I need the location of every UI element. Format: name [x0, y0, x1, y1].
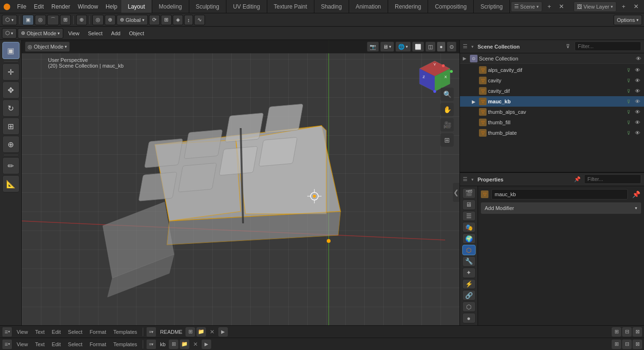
bottom-select-1[interactable]: Select — [65, 327, 86, 337]
tool-measure[interactable]: 📐 — [2, 175, 20, 192]
editor-type-btn-kb[interactable]: ≡▾ — [146, 339, 156, 350]
outliner-item-thumb-alps-cav[interactable]: ▽ thumb_alps_cav ⊽ 👁 — [460, 107, 644, 117]
editor-type-3d[interactable]: ⬡▾ — [2, 15, 17, 25]
tool-cursor[interactable]: ✛ — [2, 63, 20, 80]
nav-select[interactable]: Select — [84, 28, 107, 39]
tool-rotate[interactable]: ↻ — [2, 100, 20, 117]
filter-icon-4[interactable]: ⊽ — [624, 108, 632, 116]
prop-scene-icon[interactable]: 🎭 — [462, 222, 476, 232]
tool-annotate[interactable]: ✏ — [2, 157, 20, 174]
right-panel-toggle[interactable]: ❮ — [453, 183, 459, 202]
add-modifier-btn[interactable]: Add Modifier ▾ — [481, 202, 641, 214]
scene-selector[interactable]: ☰ Scene ▾ — [511, 1, 542, 12]
scene-new-btn[interactable]: + — [544, 1, 555, 12]
menu-render[interactable]: Render — [48, 0, 74, 13]
view-layer-delete-btn[interactable]: ✕ — [631, 1, 641, 12]
properties-pin-btn[interactable]: 📌 — [572, 174, 583, 185]
bottom-format-2[interactable]: Format — [87, 339, 109, 350]
select-extra-tool[interactable]: ⊞ — [60, 15, 71, 25]
prop-view-layer-icon[interactable]: ☰ — [462, 211, 476, 221]
bottom-edit-2[interactable]: Edit — [49, 339, 64, 350]
editor-type-readme[interactable]: ≡ ▾ — [2, 327, 12, 337]
menu-edit[interactable]: Edit — [30, 0, 48, 13]
vp-camera-toggle[interactable]: 📷 — [367, 41, 379, 52]
gizmo-camera[interactable]: 🎥 — [440, 118, 454, 131]
bottom-templates-2[interactable]: Templates — [110, 339, 140, 350]
tab-scripting[interactable]: Scripting — [474, 0, 510, 13]
select-circle-tool[interactable]: ◎ — [35, 15, 46, 25]
vp-view-toggle[interactable]: 🖥 ▾ — [380, 41, 394, 52]
prop-physics-icon[interactable]: ⚡ — [462, 279, 476, 290]
snap-toggle[interactable]: ⊕ — [105, 15, 116, 25]
tool-scale[interactable]: ⊞ — [2, 118, 20, 135]
bottom-list-icon-1b[interactable]: ⊟ — [622, 327, 632, 337]
prop-output-icon[interactable]: 🖥 — [462, 200, 476, 210]
select-box-tool[interactable]: ▣ — [22, 15, 34, 25]
tab-layout[interactable]: Layout — [121, 0, 152, 13]
vp-shading-1[interactable]: ⬜ — [412, 41, 424, 52]
bottom-templates-1[interactable]: Templates — [110, 327, 140, 337]
bottom-list-icon-2a[interactable]: ⊞ — [612, 340, 621, 349]
bottom-edit-1[interactable]: Edit — [49, 327, 64, 337]
outliner-item-alps-cavity-dif[interactable]: ▽ alps_cavity_dif ⊽ 👁 — [460, 65, 644, 75]
eye-icon-0[interactable]: 👁 — [634, 66, 641, 74]
gizmo-zoom-in[interactable]: 🔍 — [440, 88, 454, 101]
prop-world-icon[interactable]: 🌍 — [462, 233, 476, 244]
vp-shading-3[interactable]: ● — [437, 41, 446, 52]
vp-shading-2[interactable]: ◫ — [425, 41, 436, 52]
nav-view[interactable]: View — [64, 28, 83, 39]
bottom-list-icon-1c[interactable]: ⊠ — [633, 327, 642, 337]
filter-icon-6[interactable]: ⊽ — [624, 129, 632, 137]
viewport-editor-type[interactable]: ⬡▾ — [2, 28, 17, 39]
proportional-edit[interactable]: ◎ — [92, 15, 104, 25]
object-mode-selector[interactable]: ⊕ Object Mode ▾ — [18, 28, 63, 39]
bottom-list-icon-1a[interactable]: ⊞ — [612, 327, 621, 337]
tab-shading[interactable]: Shading — [314, 0, 349, 13]
outliner-item-cavity-dif[interactable]: ▽ cavity_dif ⊽ 👁 — [460, 86, 644, 96]
scene-delete-btn[interactable]: ✕ — [556, 1, 567, 12]
outliner-item-thumb-fill[interactable]: ▽ thumb_fill ⊽ 👁 — [460, 117, 644, 128]
menu-file[interactable]: File — [13, 0, 30, 13]
tab-compositing[interactable]: Compositing — [428, 0, 474, 13]
options-btn[interactable]: Options ▾ — [614, 15, 642, 25]
gizmo-hand[interactable]: ✋ — [440, 103, 454, 116]
eye-icon-3[interactable]: 👁 — [634, 98, 641, 105]
tool-move[interactable]: ✥ — [2, 81, 20, 99]
select-lasso-tool[interactable]: ⌒ — [47, 15, 59, 25]
bottom-icon-copy-1[interactable]: ⊞ — [185, 327, 195, 337]
prop-data-icon[interactable]: ⬡ — [462, 301, 476, 312]
tab-uv-editing[interactable]: UV Editing — [226, 0, 267, 13]
prop-particles-icon[interactable]: ✦ — [462, 268, 476, 278]
gizmo-grid[interactable]: ⊞ — [440, 133, 454, 147]
bottom-play-2[interactable]: ▶ — [202, 340, 211, 349]
nav-add[interactable]: Add — [107, 28, 125, 39]
outliner-item-thumb-plate[interactable]: ▽ thumb_plate ⊽ 👁 — [460, 128, 644, 138]
transform-orient[interactable]: ⊕ Global ▾ — [117, 15, 148, 25]
eye-icon-2[interactable]: 👁 — [634, 87, 641, 95]
bottom-view-1[interactable]: View — [14, 327, 31, 337]
filter-icon-3[interactable]: ⊽ — [624, 98, 632, 105]
properties-search[interactable] — [584, 174, 641, 184]
vp-viewport-shading[interactable]: 🌐 ▾ — [395, 41, 411, 52]
bottom-close-1[interactable]: ✕ — [207, 327, 217, 337]
tab-sculpting[interactable]: Sculpting — [189, 0, 226, 13]
filter-icon-2[interactable]: ⊽ — [624, 87, 632, 95]
tab-animation[interactable]: Animation — [349, 0, 388, 13]
eye-icon-4[interactable]: 👁 — [634, 108, 641, 116]
bottom-icon-copy-2[interactable]: ⊞ — [169, 340, 178, 349]
prop-render-icon[interactable]: 🎬 — [462, 188, 476, 199]
cursor-tool[interactable]: ⊕ — [76, 15, 87, 25]
bottom-text-2[interactable]: Text — [32, 339, 48, 350]
bottom-close-2[interactable]: ✕ — [191, 340, 200, 349]
bottom-icon-folder-1[interactable]: 📁 — [196, 327, 206, 337]
menu-help[interactable]: Help — [102, 0, 121, 13]
outliner-search[interactable] — [575, 41, 641, 51]
grid-toggle[interactable]: ⊞ — [161, 15, 172, 25]
vp-shading-4[interactable]: ⊙ — [447, 41, 457, 52]
outliner-item-mauc-kb[interactable]: ▶ ▽ mauc_kb ⊽ 👁 — [460, 96, 644, 107]
filter-icon-5[interactable]: ⊽ — [624, 119, 632, 126]
prop-object-name-input[interactable] — [491, 189, 628, 200]
filter-icon-1[interactable]: ⊽ — [624, 77, 632, 84]
view-layer-new-btn[interactable]: + — [618, 1, 629, 12]
prop-pin-btn[interactable]: 📌 — [631, 189, 641, 200]
